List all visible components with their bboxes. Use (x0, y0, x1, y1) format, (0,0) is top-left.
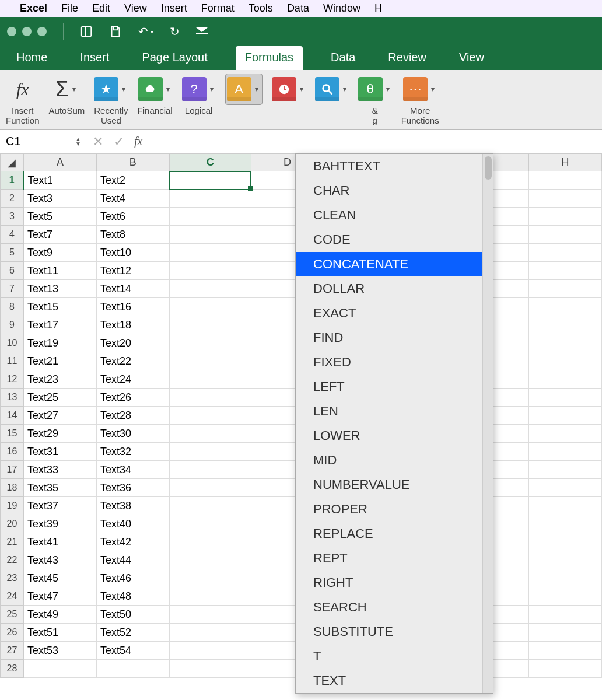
cell[interactable] (529, 280, 602, 298)
func-item-mid[interactable]: MID (296, 448, 493, 473)
cell[interactable] (529, 606, 602, 624)
func-item-clean[interactable]: CLEAN (296, 203, 493, 228)
row-header[interactable]: 12 (1, 370, 24, 388)
cell[interactable] (169, 515, 251, 533)
row-header[interactable]: 18 (1, 479, 24, 497)
row-header[interactable]: 5 (1, 244, 24, 262)
cancel-icon[interactable]: ✕ (88, 134, 108, 149)
cell[interactable] (529, 407, 602, 425)
cell[interactable]: Text11 (23, 262, 96, 280)
cell[interactable] (169, 370, 251, 388)
row-header[interactable]: 1 (1, 172, 24, 190)
tab-page-layout[interactable]: Page Layout (137, 46, 212, 70)
col-B[interactable]: B (96, 154, 169, 172)
row-header[interactable]: 28 (1, 660, 24, 678)
tab-insert[interactable]: Insert (75, 46, 114, 70)
cell[interactable] (169, 172, 251, 190)
cell[interactable]: Text33 (23, 461, 96, 479)
cell[interactable]: Text25 (23, 388, 96, 407)
menu-edit[interactable]: Edit (92, 2, 110, 15)
func-item-dollar[interactable]: DOLLAR (296, 276, 493, 301)
cell[interactable] (96, 660, 169, 678)
func-item-text[interactable]: TEXT (296, 668, 493, 693)
row-header[interactable]: 3 (1, 208, 24, 226)
menu-tools[interactable]: Tools (249, 2, 273, 15)
fill-handle[interactable] (248, 186, 253, 191)
cell[interactable] (169, 244, 251, 262)
cell[interactable]: Text22 (96, 352, 169, 370)
cell[interactable] (529, 660, 602, 678)
cell[interactable] (169, 298, 251, 316)
cell[interactable]: Text20 (96, 334, 169, 352)
row-header[interactable]: 7 (1, 280, 24, 298)
tab-view[interactable]: View (454, 46, 489, 70)
cell[interactable] (529, 569, 602, 587)
cell[interactable]: Text24 (96, 370, 169, 388)
menu-help-partial[interactable]: H (374, 2, 382, 15)
autosum-label[interactable]: AutoSum (49, 106, 85, 128)
cell[interactable] (529, 587, 602, 606)
cell[interactable] (169, 352, 251, 370)
cell[interactable] (529, 208, 602, 226)
cell[interactable]: Text43 (23, 551, 96, 569)
row-header[interactable]: 17 (1, 461, 24, 479)
chevron-down-icon[interactable]: ▾ (164, 85, 172, 93)
sigma-icon[interactable]: Σ (55, 77, 68, 102)
cell[interactable]: Text2 (96, 172, 169, 190)
cell[interactable] (169, 624, 251, 642)
cell[interactable]: Text48 (96, 587, 169, 606)
cell[interactable]: Text1 (23, 172, 96, 190)
row-header[interactable]: 21 (1, 533, 24, 551)
cell[interactable] (529, 443, 602, 461)
func-item-replace[interactable]: REPLACE (296, 522, 493, 546)
cell[interactable]: Text40 (96, 515, 169, 533)
func-item-len[interactable]: LEN (296, 399, 493, 424)
cell[interactable]: Text54 (96, 642, 169, 660)
math-trig-partial[interactable]: & g (372, 106, 378, 128)
func-item-code[interactable]: CODE (296, 228, 493, 252)
insert-function-label[interactable]: Insert Function (6, 106, 40, 128)
save-icon[interactable] (109, 25, 122, 38)
cell[interactable] (169, 334, 251, 352)
cell[interactable]: Text7 (23, 226, 96, 244)
tab-review[interactable]: Review (383, 46, 431, 70)
cell[interactable] (169, 551, 251, 569)
cell[interactable] (169, 479, 251, 497)
func-item-fixed[interactable]: FIXED (296, 350, 493, 374)
cell[interactable] (529, 551, 602, 569)
cell[interactable] (529, 425, 602, 443)
cell[interactable]: Text42 (96, 533, 169, 551)
cell[interactable]: Text44 (96, 551, 169, 569)
cell[interactable]: Text29 (23, 425, 96, 443)
lookup-icon[interactable] (315, 77, 340, 102)
cell[interactable] (529, 642, 602, 660)
cell[interactable]: Text45 (23, 569, 96, 587)
cell[interactable]: Text38 (96, 497, 169, 515)
zoom-dot-icon[interactable] (37, 27, 47, 36)
menu-window[interactable]: Window (323, 2, 360, 15)
col-H[interactable]: H (529, 154, 602, 172)
cell[interactable]: Text5 (23, 208, 96, 226)
cell[interactable] (529, 533, 602, 551)
minimize-dot-icon[interactable] (22, 27, 32, 36)
cell[interactable]: Text8 (96, 226, 169, 244)
menu-file[interactable]: File (61, 2, 78, 15)
cell[interactable]: Text19 (23, 334, 96, 352)
cell[interactable]: Text18 (96, 316, 169, 334)
cell[interactable] (529, 190, 602, 208)
chevron-down-icon[interactable]: ▾ (298, 85, 306, 93)
cell[interactable]: Text6 (96, 208, 169, 226)
undo-icon[interactable]: ↶▾ (138, 24, 153, 38)
app-name[interactable]: Excel (20, 2, 47, 15)
cell[interactable]: Text32 (96, 443, 169, 461)
tab-home[interactable]: Home (12, 46, 52, 70)
cell[interactable]: Text13 (23, 280, 96, 298)
func-item-search[interactable]: SEARCH (296, 595, 493, 620)
cell[interactable] (529, 624, 602, 642)
cell[interactable]: Text39 (23, 515, 96, 533)
dropdown-scrollbar[interactable] (482, 154, 493, 693)
cell[interactable] (529, 497, 602, 515)
clock-icon[interactable] (272, 77, 296, 102)
close-dot-icon[interactable] (7, 27, 16, 36)
cell[interactable] (169, 208, 251, 226)
